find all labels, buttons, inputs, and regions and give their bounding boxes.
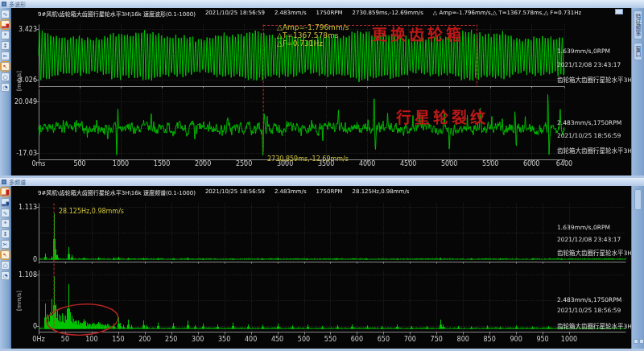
x-tick-label: 650 <box>369 336 398 343</box>
waveform-chart-icon[interactable]: ▂▅ <box>1 198 10 207</box>
header-amplitude: 2.483mm/s <box>275 188 307 196</box>
spectrum-window: 多频谱 ▁▇▂▅∿*↕✂↖○◔ 9#风机\齿轮箱大齿圈行星轮水平3H\16k 速… <box>0 178 644 351</box>
y-axis-label: -17.03 <box>11 150 37 157</box>
x-tick-label: 100 <box>77 336 106 343</box>
header-amplitude: 2.483mm/s <box>275 10 307 18</box>
settings-icon[interactable]: * <box>1 31 10 39</box>
y-axis-label: 20.049 <box>11 98 37 105</box>
record-info-label: 2021/10/25 18:56:59 <box>557 307 621 314</box>
x-tick-label: 2500 <box>229 160 258 167</box>
window-icon <box>2 180 6 184</box>
spectrum-cursor-label: 28.125Hz,0.98mm/s <box>59 208 124 215</box>
cut-icon[interactable]: ✂ <box>1 240 10 249</box>
fault-annotation-gearbox: 更换齿轮箱 <box>372 23 464 44</box>
x-tick-label: 850 <box>475 336 504 343</box>
spectrum-plot-area: 9#风机\齿轮箱大齿圈行星轮水平3H\16k 速度频谱(0.1-1000) 20… <box>11 186 631 349</box>
record-info-label: 2021/12/08 23:43:17 <box>557 236 621 243</box>
x-tick-label: 0Hz <box>24 336 53 343</box>
record-info-label: 齿轮箱大齿圈行星轮水平3H <box>557 75 631 84</box>
cursor-arrow-icon[interactable]: ↖ <box>1 250 10 259</box>
waveform-window-titlebar[interactable]: 多波形 <box>0 0 644 8</box>
x-tick-label: 5500 <box>476 160 505 167</box>
record-info-label: 齿轮箱大齿圈行星轮水平3H <box>557 321 631 330</box>
spectrum-chart-icon[interactable]: ▁▇ <box>1 188 10 196</box>
side-tab-0[interactable]: 特征频率 <box>634 10 642 39</box>
x-tick-label: 4500 <box>394 160 423 167</box>
delta-measurement-readout: △Amp=-1.796mm/s△T=1367.578ms△F=0.731Hz <box>277 23 349 47</box>
y-axis-label: 0 <box>11 256 37 263</box>
x-tick-label: 6000 <box>517 160 546 167</box>
record-info-label: 2.483mm/s,1750RPM <box>557 296 621 304</box>
x-tick-label: 800 <box>448 336 477 343</box>
right-scroll-strip <box>631 186 644 349</box>
x-tick-label: 400 <box>237 336 266 343</box>
record-info-label: 2.483mm/s,1750RPM <box>557 119 621 126</box>
vibration-analysis-app: 多波形 ∿▂▅*↕✂↖○◔ 9#风机\齿轮箱大齿圈行星轮水平3H\16k 速度波… <box>0 0 644 351</box>
x-tick-label: 250 <box>157 336 186 343</box>
expand-vertical-icon[interactable]: ↕ <box>1 41 10 50</box>
x-tick-label: 500 <box>290 336 319 343</box>
x-tick-label: 150 <box>104 336 133 343</box>
waveform-header: 9#风机\齿轮箱大齿圈行星轮水平3H\16k 速度波形(0.1-1000) 20… <box>38 10 630 18</box>
x-tick-label: 450 <box>263 336 292 343</box>
window-icon <box>2 2 6 6</box>
x-tick-label: 300 <box>184 336 213 343</box>
x-tick-label: 350 <box>210 336 239 343</box>
x-tick-label: 900 <box>502 336 530 343</box>
waveform-window: 多波形 ∿▂▅*↕✂↖○◔ 9#风机\齿轮箱大齿圈行星轮水平3H\16k 速度波… <box>0 0 644 178</box>
header-cursor-readout: 28.125Hz,0.98mm/s <box>353 188 410 196</box>
y-axis-label: 1.108 <box>11 271 37 279</box>
spectrum-toolbar: ▁▇▂▅∿*↕✂↖○◔ <box>0 186 11 349</box>
waveform-plot-area: 9#风机\齿轮箱大齿圈行星轮水平3H\16k 速度波形(0.1-1000) 20… <box>11 8 631 176</box>
x-tick-label: 5000 <box>435 160 464 167</box>
x-tick-label: 2000 <box>188 160 217 167</box>
window-title: 多波形 <box>9 0 26 8</box>
settings-icon[interactable]: * <box>1 219 10 228</box>
y-axis-label: 1.113 <box>11 204 37 211</box>
spectrum-window-titlebar[interactable]: 多频谱 <box>0 178 644 186</box>
record-info-label: 1.639mm/s,0RPM <box>557 47 610 55</box>
side-tab-1[interactable]: 窗口 <box>634 43 642 60</box>
cursor-arrow-icon[interactable]: ↖ <box>1 62 10 71</box>
x-tick-label: 950 <box>528 336 557 343</box>
x-tick-label: 6400 <box>550 160 579 167</box>
y-axis-unit: [mm/s] <box>16 291 23 311</box>
waveform-chart-icon[interactable]: ▂▅ <box>1 20 10 29</box>
y-axis-label: 0 <box>11 323 37 330</box>
record-info-label: 齿轮箱大齿圈行星轮水平3H <box>557 146 631 155</box>
x-tick-label: 1000 <box>106 160 135 167</box>
x-tick-label: 500 <box>65 160 94 167</box>
header-datetime: 2021/10/25 18:56:59 <box>205 188 265 196</box>
x-tick-label: 700 <box>395 336 424 343</box>
record-info-label: 齿轮箱大齿圈行星轮水平3H <box>557 248 631 257</box>
history-icon[interactable]: ◔ <box>1 271 10 280</box>
record-info-label: 2021/12/08 23:43:17 <box>557 61 621 68</box>
zoom-icon[interactable]: ○ <box>1 72 10 81</box>
header-datetime: 2021/10/25 18:56:59 <box>205 10 265 18</box>
expand-vertical-icon[interactable]: ↕ <box>1 229 10 238</box>
header-speed: 1750RPM <box>316 188 343 196</box>
mdi-restore-button[interactable] <box>615 9 623 14</box>
x-tick-label: 1500 <box>147 160 176 167</box>
trend-chart-icon[interactable]: ∿ <box>1 209 10 217</box>
x-tick-label: 50 <box>51 336 80 343</box>
fault-annotation-planet-crack: 行星轮裂纹 <box>396 105 489 127</box>
waveform-cursor-label: 2730.859ms,-12.69mm/s <box>267 155 349 163</box>
cut-icon[interactable]: ✂ <box>1 52 10 60</box>
x-tick-label: 600 <box>342 336 371 343</box>
x-tick-label: 4000 <box>353 160 382 167</box>
x-tick-label: 750 <box>422 336 451 343</box>
zoom-icon[interactable]: ○ <box>1 261 10 270</box>
y-axis-label: 3.423 <box>11 26 37 33</box>
x-tick-label: 200 <box>130 336 159 343</box>
x-tick-label: 1000 <box>555 336 584 343</box>
corner-button-1[interactable] <box>634 339 638 344</box>
record-info-label: 1.639mm/s,0RPM <box>557 224 610 231</box>
header-speed: 1750RPM <box>316 10 343 18</box>
header-delta-readout: △ Amp=-1.796mm/s,△ T=1367.578ms,△ F=0.73… <box>433 10 581 18</box>
x-tick-label: 550 <box>316 336 345 343</box>
history-icon[interactable]: ◔ <box>1 83 10 92</box>
trend-chart-icon[interactable]: ∿ <box>1 10 10 19</box>
corner-button-2[interactable] <box>639 339 644 344</box>
scrollbar-thumb[interactable] <box>634 189 642 210</box>
